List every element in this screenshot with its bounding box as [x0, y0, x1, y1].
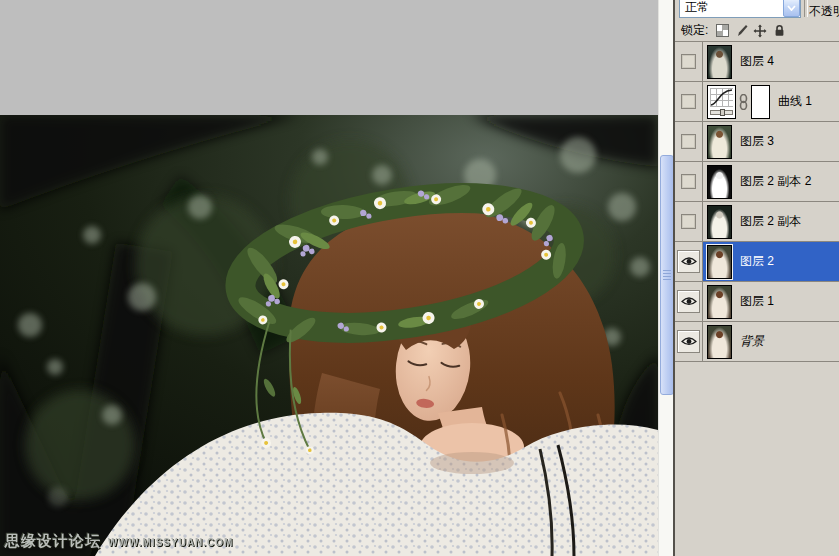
visibility-off-box [681, 214, 696, 229]
layer-thumbnail[interactable] [707, 125, 732, 159]
layers-panel-header: 正常 不透明度 锁定: [675, 0, 839, 42]
layer-name: 图层 4 [740, 53, 774, 70]
visibility-toggle[interactable] [675, 242, 703, 281]
vertical-scrollbar-track[interactable] [658, 0, 674, 556]
header-separator [804, 0, 808, 17]
curves-adjustment-icon[interactable] [707, 85, 736, 119]
photo-canvas[interactable]: 思缘设计论坛 WWW.MISSYUAN.COM [0, 115, 658, 556]
layer-name: 图层 2 副本 2 [740, 173, 811, 190]
lock-transparency-icon[interactable] [715, 24, 729, 38]
lock-pixels-icon[interactable] [734, 24, 748, 38]
curves-slider [710, 110, 733, 115]
layer-name: 曲线 1 [778, 93, 812, 110]
eye-icon [677, 290, 700, 313]
panel-empty-area [675, 362, 839, 556]
watermark-url: WWW.MISSYUAN.COM [108, 537, 233, 548]
layer-thumbnail[interactable] [707, 205, 732, 239]
layer-row[interactable]: 图层 3 [675, 122, 839, 162]
layer-thumbnail[interactable] [707, 245, 732, 279]
layer-row[interactable]: 图层 2 副本 2 [675, 162, 839, 202]
visibility-toggle[interactable] [675, 42, 703, 81]
layer-thumbnail[interactable] [707, 45, 732, 79]
layer-mask-thumbnail[interactable] [751, 85, 770, 119]
link-mask-icon [739, 94, 748, 110]
chevron-down-icon [787, 5, 796, 11]
layer-name: 图层 1 [740, 293, 774, 310]
layer-name: 图层 2 副本 [740, 213, 801, 230]
visibility-toggle[interactable] [675, 282, 703, 321]
lock-all-icon[interactable] [772, 24, 786, 38]
visibility-toggle[interactable] [675, 162, 703, 201]
layer-name: 图层 3 [740, 133, 774, 150]
layer-row-adjustment[interactable]: 曲线 1 [675, 82, 839, 122]
dropdown-button[interactable] [783, 0, 800, 17]
layers-list: 图层 4 曲线 1 [675, 42, 839, 362]
blend-mode-value[interactable]: 正常 [680, 0, 783, 17]
lock-options-row: 锁定: [681, 22, 786, 39]
eye-icon [677, 250, 700, 273]
visibility-off-box [681, 134, 696, 149]
opacity-label: 不透明度 [809, 3, 839, 20]
visibility-toggle[interactable] [675, 122, 703, 161]
layers-panel: 正常 不透明度 锁定: [673, 0, 839, 556]
layer-thumbnail[interactable] [707, 325, 732, 359]
eye-icon [677, 330, 700, 353]
photoshop-window: 思缘设计论坛 WWW.MISSYUAN.COM 正常 不透明度 锁定: [0, 0, 839, 556]
layer-thumbnail[interactable] [707, 285, 732, 319]
blend-mode-dropdown[interactable]: 正常 [679, 0, 801, 18]
scrollbar-grip [663, 270, 671, 280]
visibility-toggle[interactable] [675, 82, 703, 121]
layer-row-background[interactable]: 背景 [675, 322, 839, 362]
portrait-photo [0, 115, 658, 556]
watermark-site-name: 思缘设计论坛 [5, 532, 101, 551]
lock-position-icon[interactable] [753, 24, 767, 38]
canvas-empty-area [0, 0, 658, 115]
layer-name: 图层 2 [740, 253, 774, 270]
layer-name: 背景 [740, 333, 764, 350]
layer-row[interactable]: 图层 4 [675, 42, 839, 82]
lock-label: 锁定: [681, 22, 708, 39]
visibility-off-box [681, 94, 696, 109]
layer-row-selected[interactable]: 图层 2 [675, 242, 839, 282]
visibility-toggle[interactable] [675, 322, 703, 361]
layer-row[interactable]: 图层 2 副本 [675, 202, 839, 242]
vertical-scrollbar-thumb[interactable] [660, 155, 674, 395]
visibility-off-box [681, 174, 696, 189]
layer-row[interactable]: 图层 1 [675, 282, 839, 322]
watermark: 思缘设计论坛 WWW.MISSYUAN.COM [5, 532, 233, 551]
visibility-toggle[interactable] [675, 202, 703, 241]
layer-thumbnail[interactable] [707, 165, 732, 199]
visibility-off-box [681, 54, 696, 69]
